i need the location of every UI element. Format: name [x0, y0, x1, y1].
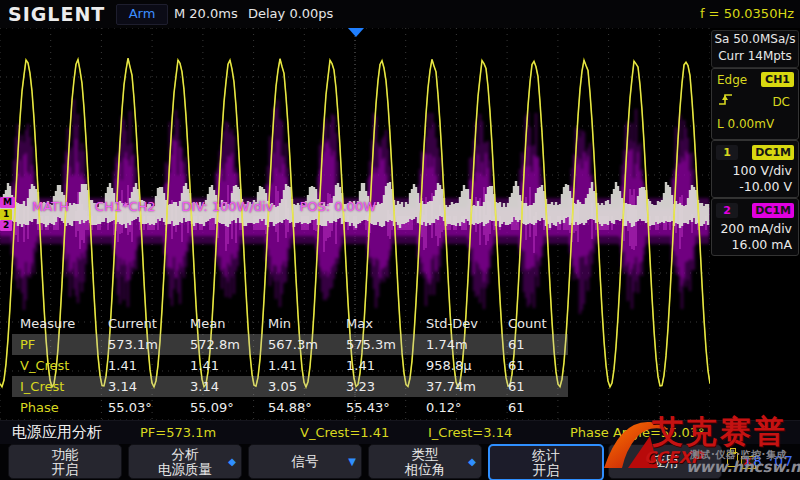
- col-header: Mean: [190, 313, 268, 334]
- col-header: Count: [508, 313, 564, 334]
- trigger-info-box[interactable]: Edge CH1 DC L 0.00mV: [711, 68, 799, 140]
- memory-depth: Curr 14Mpts: [712, 48, 798, 65]
- trigger-level: L 0.00mV: [712, 113, 798, 135]
- cell: 61: [508, 355, 564, 376]
- channel2-number-badge: 2: [716, 203, 738, 218]
- cell: 3.23: [346, 376, 426, 397]
- math-label: MATH: [32, 199, 69, 214]
- trigger-position-marker-icon[interactable]: [348, 28, 364, 37]
- clock: 18 :07: [743, 453, 794, 469]
- cell: 54.88°: [268, 397, 346, 418]
- table-row: Phase 55.03° 55.09° 54.88° 55.43° 0.12° …: [12, 397, 568, 418]
- trigger-type: Edge: [717, 73, 747, 87]
- menu-button-type[interactable]: 类型 相位角 ◆: [368, 444, 482, 479]
- math-source: CH1*CH2: [95, 199, 156, 214]
- menu-button-statistics[interactable]: 统计 开启: [488, 444, 604, 480]
- oscilloscope-screen: SIGLENT Arm M 20.0ms Delay 0.00ps f = 50…: [0, 0, 800, 480]
- math-channel-marker[interactable]: M: [0, 197, 15, 208]
- menu-button-analysis[interactable]: 分析 电源质量 ◆: [128, 444, 242, 479]
- col-header: Current: [108, 313, 190, 334]
- channel1-number-badge: 1: [716, 145, 738, 160]
- menu-button-signal[interactable]: 信号 ▼: [248, 444, 362, 479]
- cell: 61: [508, 334, 564, 355]
- table-row: PF 573.1m 572.8m 567.3m 575.3m 1.74m 61: [12, 334, 568, 355]
- cell: 567.3m: [268, 334, 346, 355]
- icrest-readout: I_Crest=3.14: [428, 425, 512, 440]
- cell: 55.43°: [346, 397, 426, 418]
- vcrest-readout: V_Crest=1.41: [300, 425, 389, 440]
- channel2-info-box[interactable]: 2 DC1M 200 mA/div 16.00 mA: [711, 198, 799, 256]
- button-label: 应用: [609, 454, 721, 469]
- top-bar: SIGLENT Arm M 20.0ms Delay 0.00ps f = 50…: [0, 0, 800, 28]
- channel1-scale: 100 V/div: [733, 163, 792, 178]
- col-header: Max: [346, 313, 426, 334]
- cell: 1.41: [346, 355, 426, 376]
- cell: 61: [508, 376, 564, 397]
- channel1-info-box[interactable]: 1 DC1M 100 V/div -10.00 V: [711, 140, 799, 198]
- phase-readout: Phase Angle=55.03°: [570, 425, 705, 440]
- soft-menu-bar: 功能 开启 分析 电源质量 ◆ 信号 ▼ 类型 相位角 ◆ 统计 开启 应用: [0, 444, 800, 480]
- trigger-source-badge: CH1: [761, 72, 794, 87]
- cell: 958.8μ: [426, 355, 508, 376]
- cell: 61: [508, 397, 564, 418]
- channel1-coupling-badge: DC1M: [752, 145, 794, 160]
- button-sublabel: 开启: [9, 462, 121, 477]
- status-bar: 电源应用分析 PF=573.1m V_Crest=1.41 I_Crest=3.…: [0, 420, 800, 445]
- measurement-table: Measure Current Mean Min Max Std-Dev Cou…: [12, 313, 568, 418]
- channel1-offset: -10.00 V: [739, 179, 792, 194]
- cell: 3.14: [190, 376, 268, 397]
- delay-readout[interactable]: Delay 0.00ps: [248, 6, 333, 21]
- button-label: 类型: [369, 447, 481, 462]
- channel2-coupling-badge: DC1M: [752, 203, 794, 218]
- app-title: 电源应用分析: [12, 423, 102, 442]
- math-channel-readout: MATHCH1*CH2DIV: 100W/divPOS: 0.00W: [32, 199, 402, 214]
- submenu-diamond-icon: ◆: [468, 455, 476, 469]
- channel1-position-marker[interactable]: 1: [0, 209, 12, 220]
- button-sublabel: 开启: [490, 463, 602, 478]
- button-sublabel: 电源质量: [129, 462, 241, 477]
- channel2-offset: 16.00 mA: [732, 237, 793, 252]
- cell: 575.3m: [346, 334, 426, 355]
- cell: 0.12°: [426, 397, 508, 418]
- cell: 572.8m: [190, 334, 268, 355]
- usb-device-icon: [727, 452, 738, 467]
- table-row: V_Crest 1.41 1.41 1.41 1.41 958.8μ 61: [12, 355, 568, 376]
- measure-label: I_Crest: [20, 376, 108, 397]
- menu-button-apply[interactable]: 应用: [608, 444, 722, 479]
- button-sublabel: 相位角: [369, 462, 481, 477]
- timebase-readout[interactable]: M 20.0ms: [174, 6, 238, 21]
- button-label: 功能: [9, 447, 121, 462]
- button-label: 分析: [129, 447, 241, 462]
- frequency-counter: f = 50.0350Hz: [700, 6, 794, 21]
- table-header-row: Measure Current Mean Min Max Std-Dev Cou…: [12, 313, 568, 334]
- cell: 3.14: [108, 376, 190, 397]
- cell: 1.41: [268, 355, 346, 376]
- col-header: Measure: [20, 313, 108, 334]
- submenu-down-icon: ▼: [348, 455, 356, 469]
- cell: 37.74m: [426, 376, 508, 397]
- cell: 3.05: [268, 376, 346, 397]
- math-scale: DIV: 100W/div: [182, 199, 274, 214]
- acquisition-status: Arm: [116, 4, 168, 25]
- submenu-diamond-icon: ◆: [228, 455, 236, 469]
- table-row: I_Crest 3.14 3.14 3.05 3.23 37.74m 61: [12, 376, 568, 397]
- channel2-position-marker[interactable]: 2: [0, 220, 12, 231]
- math-position: POS: 0.00W: [299, 199, 376, 214]
- trigger-coupling: DC: [772, 91, 790, 113]
- button-label: 统计: [490, 448, 602, 463]
- cell: 1.41: [190, 355, 268, 376]
- cell: 55.03°: [108, 397, 190, 418]
- menu-button-function[interactable]: 功能 开启: [8, 444, 122, 479]
- rising-edge-icon: [717, 91, 734, 107]
- acquisition-info-box[interactable]: Sa 50.0MSa/s Curr 14Mpts: [711, 30, 799, 68]
- cell: 1.41: [108, 355, 190, 376]
- button-label: 信号: [249, 454, 361, 469]
- channel2-scale: 200 mA/div: [720, 221, 792, 236]
- brand-logo: SIGLENT: [8, 3, 105, 25]
- measure-label: V_Crest: [20, 355, 108, 376]
- col-header: Std-Dev: [426, 313, 508, 334]
- measure-label: Phase: [20, 397, 108, 418]
- right-sidebar: Sa 50.0MSa/s Curr 14Mpts Edge CH1 DC L 0…: [710, 28, 800, 420]
- pf-readout: PF=573.1m: [140, 425, 216, 440]
- col-header: Min: [268, 313, 346, 334]
